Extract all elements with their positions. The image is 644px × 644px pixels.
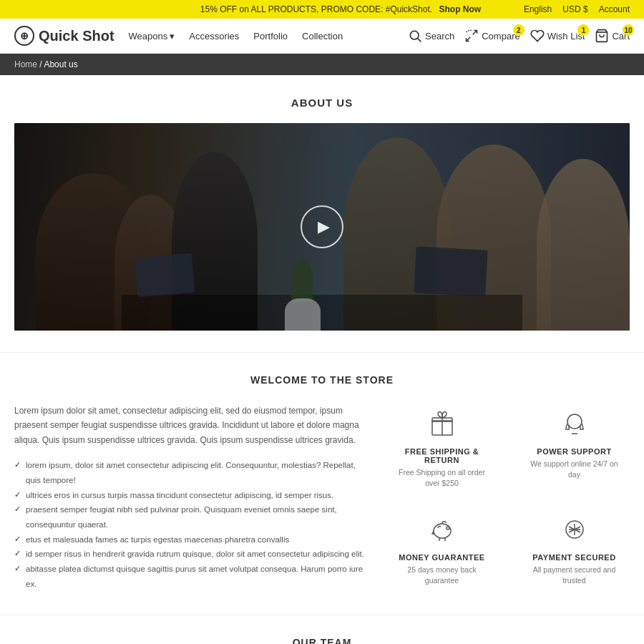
cart-badge: 10: [623, 24, 634, 36]
welcome-right: FREE SHIPPING & RETURN Free Shipping on …: [386, 404, 630, 593]
nav-portfolio[interactable]: Portfolio: [253, 31, 288, 42]
language-selector[interactable]: English: [524, 4, 552, 14]
breadcrumb: Home / About us: [0, 54, 644, 75]
nav-weapons[interactable]: Weapons ▾: [129, 31, 175, 42]
list-item: lorem ipsum, dolor sit amet consectetur …: [14, 458, 365, 487]
headset-icon: [526, 411, 623, 441]
feature-shipping-name: FREE SHIPPING & RETURN: [394, 447, 490, 464]
promo-right: English USD $ Account: [524, 4, 630, 14]
list-item: praesent semper feugiat nibh sed pulvina…: [14, 502, 365, 532]
svg-point-8: [434, 524, 451, 538]
page-title: ABOUT US: [0, 97, 644, 109]
currency-selector[interactable]: USD $: [562, 4, 587, 14]
play-button[interactable]: [301, 205, 343, 248]
feature-support-name: POWER SUPPORT: [526, 447, 623, 456]
breadcrumb-current: About us: [44, 59, 77, 69]
feature-money: MONEY GUARANTEE 25 days money back guara…: [386, 509, 497, 592]
list-item: etus et malesuada fames ac turpis egesta…: [14, 532, 365, 547]
list-item: ultrices eros in cursus turpis massa tin…: [14, 488, 365, 503]
wishlist-action[interactable]: 1 Wish List: [530, 29, 585, 43]
welcome-grid: Lorem ipsum dolor sit amet, consectetur …: [14, 404, 630, 593]
breadcrumb-home[interactable]: Home: [14, 59, 37, 69]
svg-point-0: [410, 31, 419, 39]
piggy-icon: [394, 517, 490, 547]
promo-bar: 15% OFF on ALL PRODUCTS, PROMO CODE: #Qu…: [0, 0, 644, 19]
feature-payment: PAYMENT SECURED All payment secured and …: [519, 509, 630, 592]
list-item: abitasse platea dictumst quisque sagitti…: [14, 562, 365, 591]
compare-icon: [464, 29, 479, 43]
account-link[interactable]: Account: [599, 4, 630, 14]
main-nav: Weapons ▾ Accessories Portfolio Collecti…: [129, 31, 394, 42]
welcome-left: Lorem ipsum dolor sit amet, consectetur …: [14, 404, 365, 593]
shop-now-link[interactable]: Shop Now: [439, 4, 481, 14]
gift-icon: [394, 411, 490, 441]
logo-icon: ⊕: [14, 26, 34, 46]
checklist: lorem ipsum, dolor sit amet consectetur …: [14, 458, 365, 591]
nav-accessories[interactable]: Accessories: [189, 31, 239, 42]
welcome-title: WELCOME TO THE STORE: [14, 374, 630, 386]
video-section: [14, 123, 630, 331]
search-action[interactable]: Search: [408, 29, 454, 43]
feature-money-name: MONEY GUARANTEE: [394, 553, 490, 562]
promo-text: 15% OFF on ALL PRODUCTS, PROMO CODE: #Qu…: [157, 4, 524, 14]
cart-action[interactable]: 10 Cart: [595, 29, 630, 43]
feature-money-desc: 25 days money back guarantee: [394, 565, 490, 585]
compare-action[interactable]: 2 Compare: [464, 29, 519, 43]
feature-payment-name: PAYMENT SECURED: [526, 553, 623, 562]
shield-icon: [526, 517, 623, 547]
wishlist-badge: 1: [577, 24, 589, 36]
feature-shipping: FREE SHIPPING & RETURN Free Shipping on …: [386, 404, 497, 495]
team-title: OUR TEAM: [14, 637, 630, 644]
welcome-body: Lorem ipsum dolor sit amet, consectetur …: [14, 404, 365, 447]
feature-payment-desc: All payment secured and trusted: [526, 565, 623, 585]
team-section: OUR TEAM: [0, 615, 644, 644]
header-actions: Search 2 Compare 1 Wish List: [408, 29, 630, 43]
heart-icon: [530, 29, 545, 43]
feature-shipping-desc: Free Shipping on all order over $250: [394, 467, 490, 488]
header: ⊕ Quick Shot Weapons ▾ Accessories Portf…: [0, 19, 644, 54]
nav-collection[interactable]: Collection: [302, 31, 343, 42]
svg-line-1: [418, 39, 421, 42]
svg-point-6: [567, 414, 582, 429]
logo[interactable]: ⊕ Quick Shot: [14, 26, 114, 46]
compare-badge: 2: [513, 24, 525, 36]
chevron-down-icon: ▾: [170, 31, 175, 42]
cart-icon: [595, 29, 609, 43]
welcome-section: WELCOME TO THE STORE Lorem ipsum dolor s…: [0, 352, 644, 615]
feature-support: POWER SUPPORT We support online 24/7 on …: [519, 404, 630, 495]
feature-support-desc: We support online 24/7 on day: [526, 459, 623, 479]
list-item: id semper risus in hendrerit gravida rut…: [14, 547, 365, 562]
svg-point-9: [447, 527, 449, 530]
search-icon: [408, 29, 422, 43]
